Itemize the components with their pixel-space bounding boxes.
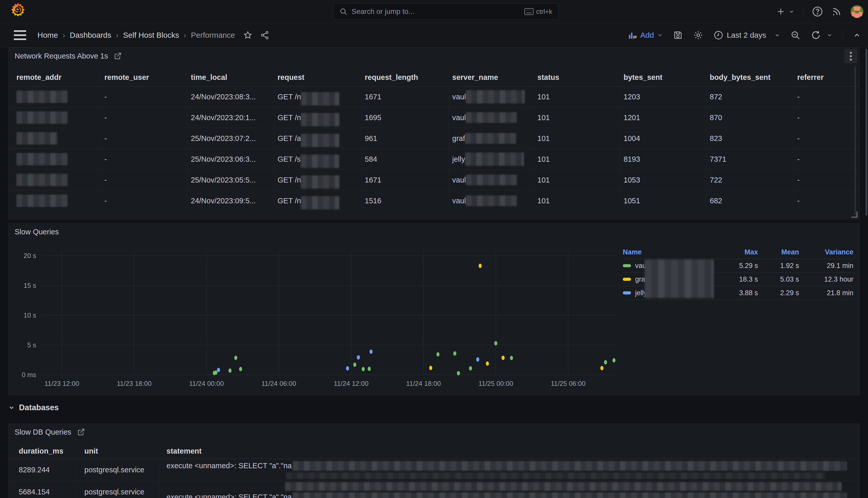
- column-header[interactable]: statement: [159, 443, 859, 459]
- column-header[interactable]: body_bytes_sent: [706, 68, 794, 86]
- scatter-point[interactable]: [239, 367, 242, 371]
- share-button[interactable]: [260, 30, 269, 40]
- external-link-icon[interactable]: [77, 428, 85, 436]
- cell-referrer: -: [794, 128, 859, 149]
- scatter-point[interactable]: [457, 371, 460, 375]
- column-header[interactable]: remote_user: [101, 68, 188, 86]
- databases-section-toggle[interactable]: Databases: [8, 401, 59, 415]
- table-header-row: duration_ms unit statement: [9, 443, 859, 459]
- scatter-point[interactable]: [501, 355, 504, 360]
- breadcrumb-dashboards[interactable]: Dashboards: [70, 31, 111, 40]
- scatter-point[interactable]: [436, 352, 439, 356]
- cell-remote-user: -: [101, 128, 188, 149]
- news-button[interactable]: [831, 6, 842, 17]
- table-scrollbar[interactable]: [854, 66, 856, 215]
- table-row[interactable]: -24/Nov/2023:09:5...GET /n1516vaul101105…: [9, 190, 859, 211]
- scatter-point[interactable]: [479, 264, 482, 268]
- scatter-point[interactable]: [453, 351, 456, 355]
- menu-toggle-button[interactable]: [14, 30, 26, 40]
- column-header[interactable]: referrer: [794, 68, 859, 86]
- table-row[interactable]: -24/Nov/2023:20:1...GET /n1695vaul101120…: [9, 107, 859, 128]
- scatter-point[interactable]: [486, 362, 489, 366]
- grafana-logo-icon[interactable]: [9, 2, 27, 21]
- breadcrumb-home[interactable]: Home: [38, 31, 58, 40]
- column-header[interactable]: unit: [77, 443, 159, 459]
- table-row[interactable]: 5684.154 postgresql.service execute <unn…: [9, 481, 859, 498]
- refresh-button[interactable]: [811, 30, 832, 40]
- legend-header-variance[interactable]: Variance: [801, 248, 855, 256]
- scatter-point[interactable]: [612, 358, 615, 363]
- cell-remote-user: -: [101, 87, 188, 107]
- save-dashboard-button[interactable]: [673, 30, 683, 40]
- series-max: 18.3 s: [716, 275, 759, 284]
- column-header[interactable]: request: [274, 68, 362, 86]
- favorite-star-button[interactable]: [243, 30, 253, 40]
- scatter-point[interactable]: [214, 370, 218, 375]
- breadcrumb-folder[interactable]: Self Host Blocks: [123, 31, 179, 40]
- legend-header-max[interactable]: Max: [716, 248, 759, 256]
- column-header[interactable]: status: [534, 68, 620, 86]
- column-header[interactable]: time_local: [188, 68, 274, 86]
- table-row[interactable]: -25/Nov/2023:05:5...GET /n1671vaul101105…: [9, 169, 859, 190]
- question-circle-icon: [812, 6, 823, 17]
- scatter-point[interactable]: [370, 349, 373, 354]
- cell-request-length: 961: [362, 128, 449, 149]
- cell-referrer: -: [794, 170, 859, 190]
- new-button[interactable]: [776, 7, 795, 16]
- collapse-controls-button[interactable]: [853, 31, 861, 39]
- time-range-picker[interactable]: Last 2 days: [714, 30, 780, 40]
- scatter-point[interactable]: [357, 355, 360, 359]
- column-header[interactable]: bytes_sent: [620, 68, 706, 86]
- table-body: -24/Nov/2023:08:3...GET /n1671vaul101120…: [9, 86, 859, 211]
- scatter-point[interactable]: [476, 357, 479, 362]
- table-row[interactable]: -25/Nov/2023:06:3...GET /s584jelly101819…: [9, 149, 859, 169]
- cell-server-name: vaul: [449, 191, 534, 211]
- scatter-point[interactable]: [604, 360, 607, 365]
- add-panel-button[interactable]: Add: [628, 31, 663, 40]
- cell-request-length: 1516: [362, 191, 449, 211]
- scatter-point[interactable]: [469, 366, 472, 370]
- column-header[interactable]: server_name: [449, 68, 534, 86]
- breadcrumb-current: Performance: [191, 31, 235, 40]
- table-row[interactable]: 8289.244 postgresql.service execute <unn…: [9, 459, 859, 481]
- panel-title[interactable]: Slow DB Queries: [15, 428, 71, 436]
- table-row[interactable]: -25/Nov/2023:07:2...GET /a961graf1011004…: [9, 128, 859, 149]
- table-row[interactable]: -24/Nov/2023:08:3...GET /n1671vaul101120…: [9, 86, 859, 107]
- redacted-server-name: [466, 195, 517, 206]
- y-axis-tick-label: 10 s: [11, 311, 36, 319]
- chevron-down-icon: [8, 404, 15, 411]
- scatter-point[interactable]: [217, 368, 220, 372]
- page-scrollbar[interactable]: [865, 49, 867, 215]
- zoom-out-button[interactable]: [790, 30, 801, 40]
- dashboard-settings-button[interactable]: [693, 30, 703, 40]
- scatter-point[interactable]: [429, 366, 432, 370]
- user-avatar[interactable]: [851, 5, 863, 18]
- cell-bytes-sent: 1004: [620, 128, 706, 149]
- cell-remote-user: -: [101, 170, 188, 190]
- cell-time-local: 25/Nov/2023:07:2...: [188, 128, 274, 149]
- scatter-point[interactable]: [229, 368, 232, 373]
- scatter-point[interactable]: [368, 367, 371, 371]
- scatter-point[interactable]: [353, 363, 356, 367]
- star-icon: [243, 30, 253, 40]
- scatter-point[interactable]: [346, 366, 349, 370]
- cell-bytes-sent: 1201: [620, 107, 706, 128]
- cell-body-bytes-sent: 823: [706, 128, 794, 149]
- search-input[interactable]: Search or jump to... ctrl+k: [333, 3, 559, 20]
- external-link-icon[interactable]: [114, 52, 122, 60]
- panel-resize-handle[interactable]: [851, 211, 857, 218]
- scatter-point[interactable]: [510, 356, 513, 360]
- cell-referrer: -: [794, 87, 859, 107]
- legend-header-mean[interactable]: Mean: [759, 248, 801, 256]
- scatter-point[interactable]: [362, 367, 365, 371]
- column-header[interactable]: remote_addr: [9, 68, 101, 86]
- legend-header-name[interactable]: Name: [623, 248, 716, 256]
- scatter-point[interactable]: [600, 366, 603, 370]
- panel-title[interactable]: Network Requests Above 1s: [15, 52, 108, 60]
- scatter-point[interactable]: [234, 356, 237, 360]
- column-header[interactable]: request_length: [362, 68, 449, 86]
- column-header[interactable]: duration_ms: [9, 443, 77, 459]
- panel-menu-button[interactable]: [844, 49, 857, 63]
- scatter-point[interactable]: [494, 341, 497, 345]
- help-button[interactable]: [812, 6, 823, 17]
